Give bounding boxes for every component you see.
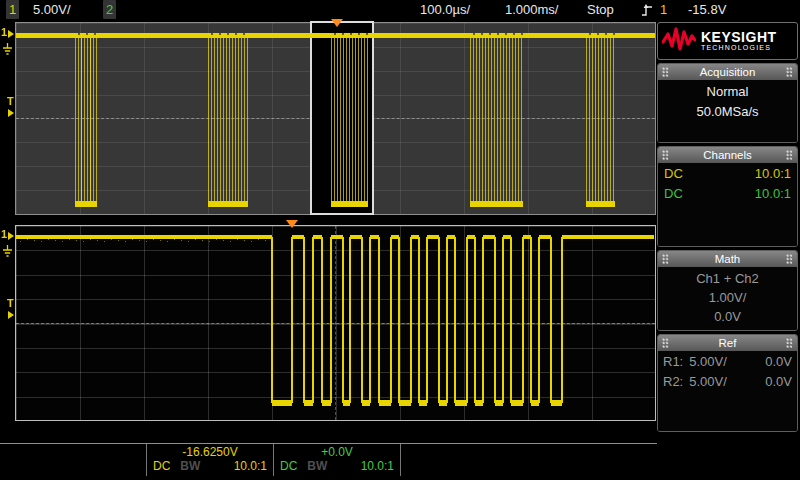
ref2-offset-value: 0.0V — [765, 373, 792, 391]
zoom-trigger-level-marker[interactable]: T — [7, 298, 14, 309]
main-channel1-level-marker[interactable]: 1 — [1, 27, 7, 38]
logo-wordmark: KEYSIGHT — [701, 30, 777, 44]
channel1-coupling-value: DC — [664, 165, 683, 183]
channel1-probe-value: 10.0:1 — [755, 165, 791, 183]
channel2-coupling-label: DC — [280, 459, 297, 474]
channel1-offset-readout: -16.6250V — [147, 444, 273, 459]
zoom-trigger-position-marker[interactable] — [286, 220, 298, 228]
grip-icon — [786, 254, 793, 264]
ref1-scale-value: 5.00V/ — [689, 353, 727, 371]
math-panel: Math Ch1 + Ch2 1.00V/ 0.0V — [657, 250, 798, 331]
ref1-offset-value: 0.0V — [765, 353, 792, 371]
math-operation-value: Ch1 + Ch2 — [658, 269, 797, 288]
main-channel1-marker-arrow-icon — [8, 30, 14, 38]
zoom-channel1-marker-arrow-icon — [8, 232, 14, 240]
ref-panel: Ref R1: 5.00V/ 0.0V R2: 5.00V/ 0.0V — [657, 334, 798, 432]
math-offset-value: 0.0V — [658, 307, 797, 326]
ref2-scale-value: 5.00V/ — [689, 373, 727, 391]
ref2-row[interactable]: R2: 5.00V/ 0.0V — [658, 372, 797, 392]
trigger-source-readout[interactable]: 1 — [660, 0, 667, 19]
ref-panel-title: Ref — [719, 337, 737, 349]
main-trigger-position-marker[interactable] — [331, 19, 343, 27]
logo-subtitle: TECHNOLOGIES — [701, 44, 777, 52]
zoom-channel1-level-marker[interactable]: 1 — [1, 229, 7, 240]
keysight-spark-icon — [662, 26, 696, 56]
acquisition-panel-header[interactable]: Acquisition — [658, 64, 797, 80]
bottom-status-bar: -16.6250V DC BW 10.0:1 +0.0V DC BW 10.0:… — [0, 443, 657, 478]
keysight-logo: KEYSIGHT TECHNOLOGIES — [657, 22, 798, 60]
ref-panel-header[interactable]: Ref — [658, 335, 797, 351]
channel1-probe-ratio: 10.0:1 — [234, 459, 267, 474]
channel2-bandwidth-label: BW — [307, 459, 327, 474]
math-panel-title: Math — [715, 253, 741, 265]
acquisition-panel: Acquisition Normal 50.0MSa/s — [657, 63, 798, 143]
grip-icon — [786, 67, 793, 77]
grip-icon — [662, 67, 669, 77]
acquisition-panel-title: Acquisition — [700, 66, 756, 78]
channel2-probe-ratio: 10.0:1 — [361, 459, 394, 474]
channels-panel-header[interactable]: Channels — [658, 147, 797, 163]
channel2-offset-readout: +0.0V — [274, 444, 400, 459]
ref2-label: R2: — [663, 373, 683, 391]
channel1-bandwidth-label: BW — [180, 459, 200, 474]
channel1-coupling-label: DC — [153, 459, 170, 474]
ref1-label: R1: — [663, 353, 683, 371]
math-scale-value: 1.00V/ — [658, 288, 797, 307]
trigger-level-readout[interactable]: -15.8V — [688, 0, 726, 19]
channel2-status-cell[interactable]: +0.0V DC BW 10.0:1 — [273, 444, 401, 476]
zoom-ground-icon — [2, 243, 13, 261]
main-trigger-level-marker[interactable]: T — [7, 96, 14, 107]
math-panel-header[interactable]: Math — [658, 251, 797, 267]
channel2-probe-value: 10.0:1 — [755, 185, 791, 203]
main-ground-icon — [2, 41, 13, 59]
channels-panel-title: Channels — [703, 149, 752, 161]
channel2-row[interactable]: DC 10.0:1 — [658, 184, 797, 204]
zoom-trigger-marker-arrow-icon — [8, 311, 14, 319]
grip-icon — [786, 150, 793, 160]
ref1-row[interactable]: R1: 5.00V/ 0.0V — [658, 352, 797, 372]
grip-icon — [662, 150, 669, 160]
main-trigger-marker-arrow-icon — [8, 109, 14, 117]
channel2-coupling-value: DC — [664, 185, 683, 203]
acquisition-mode-value: Normal — [658, 82, 797, 102]
sidebar: KEYSIGHT TECHNOLOGIES Acquisition Normal… — [657, 22, 798, 435]
channel1-status-cell[interactable]: -16.6250V DC BW 10.0:1 — [146, 444, 273, 476]
grip-icon — [662, 254, 669, 264]
grip-icon — [786, 338, 793, 348]
channels-panel: Channels DC 10.0:1 DC 10.0:1 — [657, 146, 798, 247]
waveform-display-area: 1 T 1 T — [0, 0, 657, 443]
channel1-waveform-trace[interactable] — [0, 0, 657, 443]
sample-rate-value: 50.0MSa/s — [658, 102, 797, 122]
channel1-row[interactable]: DC 10.0:1 — [658, 164, 797, 184]
grip-icon — [662, 338, 669, 348]
